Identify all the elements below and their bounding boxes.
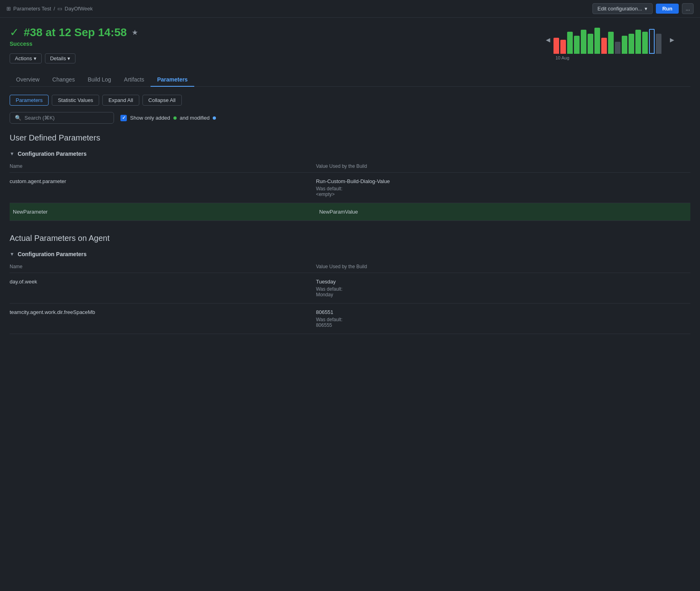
actions-button[interactable]: Actions ▾ — [10, 53, 42, 63]
doc-icon: ▭ — [57, 6, 62, 12]
run-button[interactable]: Run — [656, 4, 679, 14]
table-row: teamcity.agent.work.dir.freeSpaceMb 8065… — [10, 304, 690, 334]
tabs: Overview Changes Build Log Artifacts Par… — [10, 73, 690, 87]
checkbox-row: Show only added and modified — [120, 115, 216, 121]
build-number: #38 at 12 Sep 14:58 — [24, 26, 127, 39]
star-icon[interactable]: ★ — [132, 28, 138, 37]
value-main-custom-agent: Run-Custom-Build-Dialog-Value — [316, 178, 690, 184]
tab-overview[interactable]: Overview — [10, 73, 46, 87]
more-button[interactable]: ... — [682, 3, 694, 14]
param-value-day-of-week: Tuesday Was default: Monday — [316, 273, 690, 304]
chevron-down-icon: ▾ — [645, 6, 647, 12]
param-name-custom-agent: custom.agent.parameter — [10, 173, 316, 203]
chart-bar-13[interactable] — [642, 32, 648, 54]
breadcrumb-separator: / — [53, 6, 55, 12]
header-area: ✓ #38 at 12 Sep 14:58 ★ Success ◀ ▶ 10 A… — [10, 26, 690, 63]
actual-col-value-header: Value Used by the Build — [316, 262, 690, 273]
tab-artifacts[interactable]: Artifacts — [118, 73, 151, 87]
config-params-label: Configuration Parameters — [18, 151, 87, 157]
param-value-free-space: 806551 Was default: 806555 — [316, 304, 690, 334]
param-name-day-of-week: day.of.week — [10, 273, 316, 304]
actions-label: Actions — [15, 55, 32, 61]
breadcrumb-config[interactable]: DayOfWeek — [65, 6, 93, 12]
search-icon: 🔍 — [15, 115, 21, 121]
chart-bar-1[interactable] — [560, 40, 566, 54]
search-row: 🔍 Show only added and modified — [10, 112, 690, 124]
chart-bar-12[interactable] — [635, 30, 641, 54]
chart-prev-arrow[interactable]: ◀ — [546, 37, 550, 43]
table-row: day.of.week Tuesday Was default: Monday — [10, 273, 690, 304]
value-default-free-space: Was default: 806555 — [316, 317, 690, 328]
user-defined-params-table: Name Value Used by the Build custom.agen… — [10, 162, 690, 221]
value-main-free-space: 806551 — [316, 309, 690, 315]
breadcrumb: ⊞ Parameters Test / ▭ DayOfWeek — [6, 6, 93, 12]
chart-bar-6[interactable] — [594, 28, 600, 54]
chart-bar-8[interactable] — [608, 32, 614, 54]
chart-bar-14[interactable] — [649, 29, 655, 54]
value-default-day-of-week: Was default: Monday — [316, 286, 690, 298]
param-name-free-space: teamcity.agent.work.dir.freeSpaceMb — [10, 304, 316, 334]
param-value-custom-agent: Run-Custom-Build-Dialog-Value Was defaul… — [316, 173, 690, 203]
actual-params-section: Actual Parameters on Agent ▼ Configurati… — [10, 234, 690, 334]
user-defined-heading: User Defined Parameters — [10, 133, 690, 143]
show-only-added-label: Show only added — [130, 115, 170, 121]
chart-bar-3[interactable] — [574, 36, 580, 54]
modified-dot — [213, 116, 216, 120]
search-input[interactable] — [24, 115, 109, 121]
build-chart-area: ◀ ▶ 10 Aug — [546, 26, 674, 60]
sub-tab-statistic-values[interactable]: Statistic Values — [52, 95, 99, 106]
actual-config-params-group-header[interactable]: ▼ Configuration Parameters — [10, 251, 690, 257]
added-dot — [173, 116, 177, 120]
success-icon: ✓ — [10, 26, 19, 39]
chart-bar-4[interactable] — [581, 30, 586, 54]
table-row-highlight: NewParameter NewParamValue — [10, 203, 690, 221]
and-modified-label: and modified — [180, 115, 210, 121]
chart-date-label: 10 Aug — [546, 55, 674, 60]
param-name-new-parameter: NewParameter — [10, 203, 316, 221]
chart-bar-15[interactable] — [656, 34, 661, 54]
chart-bar-9[interactable] — [615, 42, 621, 54]
chart-bar-11[interactable] — [629, 34, 634, 54]
details-label: Details — [50, 55, 66, 61]
chart-bar-5[interactable] — [588, 34, 593, 54]
table-row: custom.agent.parameter Run-Custom-Build-… — [10, 173, 690, 203]
chart-bar-2[interactable] — [567, 32, 573, 54]
actual-col-name-header: Name — [10, 262, 316, 273]
top-actions: Edit configuration... ▾ Run ... — [592, 3, 694, 14]
edit-config-button[interactable]: Edit configuration... ▾ — [592, 3, 653, 14]
chart-bar-0[interactable] — [553, 38, 559, 54]
main-content: ✓ #38 at 12 Sep 14:58 ★ Success ◀ ▶ 10 A… — [0, 18, 700, 350]
tab-build-log[interactable]: Build Log — [81, 73, 117, 87]
details-button[interactable]: Details ▾ — [45, 53, 76, 63]
tab-parameters[interactable]: Parameters — [151, 73, 194, 87]
sub-tab-collapse-all[interactable]: Collapse All — [142, 95, 182, 106]
col-value-header: Value Used by the Build — [316, 162, 690, 173]
tab-changes[interactable]: Changes — [46, 73, 81, 87]
show-only-added-checkbox[interactable] — [120, 115, 127, 121]
breadcrumb-project[interactable]: Parameters Test — [13, 6, 51, 12]
user-defined-section: User Defined Parameters ▼ Configuration … — [10, 133, 690, 221]
sub-tab-parameters[interactable]: Parameters — [10, 95, 49, 106]
chart-next-arrow[interactable]: ▶ — [670, 37, 674, 43]
actual-config-params-label: Configuration Parameters — [18, 251, 87, 257]
actual-params-heading: Actual Parameters on Agent — [10, 234, 690, 243]
sub-tabs: Parameters Statistic Values Expand All C… — [10, 95, 690, 106]
value-main-day-of-week: Tuesday — [316, 279, 690, 285]
actions-chevron-icon: ▾ — [34, 55, 37, 61]
param-value-new-parameter: NewParamValue — [316, 203, 690, 221]
top-bar: ⊞ Parameters Test / ▭ DayOfWeek Edit con… — [0, 0, 700, 18]
chart-bar-7[interactable] — [601, 38, 607, 54]
chart-bar-10[interactable] — [622, 36, 627, 54]
config-params-group-header[interactable]: ▼ Configuration Parameters — [10, 151, 690, 157]
sub-tab-expand-all[interactable]: Expand All — [102, 95, 139, 106]
details-chevron-icon: ▾ — [67, 55, 70, 61]
chart-bars — [550, 26, 670, 54]
grid-icon: ⊞ — [6, 6, 11, 12]
actual-params-table: Name Value Used by the Build day.of.week… — [10, 262, 690, 334]
config-params-chevron-icon: ▼ — [10, 151, 14, 157]
edit-config-label: Edit configuration... — [598, 6, 642, 12]
value-default-custom-agent: Was default: <empty> — [316, 186, 690, 197]
col-name-header: Name — [10, 162, 316, 173]
actual-config-params-chevron-icon: ▼ — [10, 251, 14, 257]
search-box: 🔍 — [10, 112, 114, 124]
